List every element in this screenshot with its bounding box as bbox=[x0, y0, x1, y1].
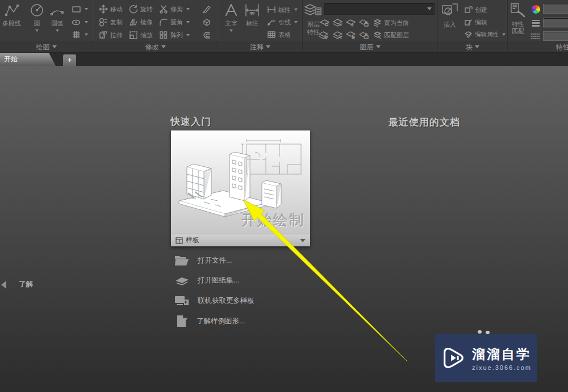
edit-attributes-button[interactable]: 编辑属性 bbox=[464, 29, 506, 40]
chevron-down-icon[interactable] bbox=[186, 34, 190, 36]
table-button[interactable]: 表格 bbox=[267, 29, 291, 40]
lineweight-button[interactable] bbox=[532, 18, 540, 28]
erase-icon bbox=[202, 5, 211, 14]
explode-button[interactable] bbox=[202, 17, 211, 27]
annotate-panel-label: 注释 bbox=[250, 43, 264, 51]
layer-unlock-button[interactable] bbox=[359, 30, 369, 40]
learn-sample-drawings-link[interactable]: 了解样例图形... bbox=[176, 315, 245, 327]
layer-thaw-button[interactable] bbox=[333, 30, 343, 40]
table-icon bbox=[267, 31, 276, 39]
ribbon-panel-properties: 特性匹配 特性 bbox=[508, 0, 568, 52]
create-block-button[interactable]: 创建 bbox=[464, 5, 487, 15]
hatch-button[interactable] bbox=[72, 29, 88, 40]
layer-isolate-button[interactable] bbox=[333, 18, 343, 28]
insert-block-button[interactable]: 插入 bbox=[441, 3, 458, 29]
layer-off-button[interactable] bbox=[320, 18, 329, 28]
layer-isolate-off-button[interactable] bbox=[346, 30, 356, 40]
learn-page-label[interactable]: 了解 bbox=[19, 280, 33, 289]
edit-block-button[interactable]: 编辑 bbox=[464, 17, 487, 27]
chevron-down-icon[interactable] bbox=[85, 33, 88, 36]
chevron-down-icon[interactable] bbox=[294, 21, 298, 23]
polyline-button[interactable]: 多段线 bbox=[2, 3, 21, 28]
offset-button[interactable] bbox=[202, 30, 211, 40]
layer-select-dropdown[interactable] bbox=[324, 3, 435, 15]
layer-properties-button[interactable] bbox=[304, 2, 322, 19]
start-drawing-label: 开始绘制 bbox=[241, 210, 305, 230]
chevron-down-icon bbox=[427, 7, 432, 10]
transparency-button[interactable] bbox=[531, 31, 540, 41]
template-selector[interactable]: 样板 bbox=[171, 234, 310, 246]
trim-button[interactable]: 修剪 bbox=[159, 4, 190, 14]
erase-button[interactable] bbox=[202, 4, 211, 14]
chevron-down-icon[interactable] bbox=[35, 29, 39, 32]
watermark-brand: 溜溜自学 bbox=[472, 345, 532, 363]
linear-dimension-icon bbox=[267, 6, 276, 14]
chevron-down-icon[interactable] bbox=[56, 29, 59, 32]
layer-on-button[interactable] bbox=[319, 30, 328, 40]
draw-panel-expander[interactable]: 绘图 bbox=[0, 41, 93, 52]
set-current-button[interactable]: 置为当前 bbox=[373, 18, 409, 28]
card-illustration[interactable]: 开始绘制 bbox=[171, 130, 310, 234]
learn-page-arrow-icon[interactable] bbox=[1, 281, 6, 289]
chevron-down-icon[interactable] bbox=[502, 33, 506, 36]
rectangle-button[interactable] bbox=[72, 4, 88, 14]
copy-button[interactable]: 复制 bbox=[99, 17, 123, 27]
chevron-down-icon[interactable] bbox=[229, 29, 233, 32]
dimension-button[interactable]: 标注 bbox=[244, 3, 260, 28]
circle-button[interactable]: 圆 bbox=[30, 3, 44, 32]
color-dropdown[interactable] bbox=[543, 4, 568, 14]
chevron-down-icon[interactable] bbox=[186, 21, 190, 23]
rotate-label: 旋转 bbox=[140, 5, 153, 14]
match-properties-button[interactable] bbox=[510, 2, 526, 18]
layer-isolate-icon bbox=[333, 19, 343, 27]
rectangle-icon bbox=[72, 5, 81, 14]
array-label: 阵列 bbox=[170, 31, 183, 40]
move-button[interactable]: 移动 bbox=[99, 4, 123, 14]
stretch-icon bbox=[99, 31, 108, 40]
open-sheet-set-label: 打开图纸集... bbox=[198, 276, 239, 285]
arc-button[interactable]: 圆弧 bbox=[50, 3, 65, 32]
layer-freeze-button[interactable] bbox=[346, 18, 356, 28]
open-files-link[interactable]: 打开文件... bbox=[174, 255, 232, 266]
dimension-label: 标注 bbox=[246, 19, 258, 28]
chevron-down-icon[interactable] bbox=[85, 8, 88, 10]
mirror-button[interactable]: 镜像 bbox=[129, 17, 153, 27]
annotate-panel-expander[interactable]: 注释 bbox=[218, 41, 302, 52]
chevron-down-icon[interactable] bbox=[186, 8, 190, 10]
layer-off-icon bbox=[320, 19, 329, 27]
layer-freeze-icon bbox=[346, 19, 356, 27]
block-panel-expander[interactable]: 块 bbox=[438, 41, 507, 52]
match-layer-label: 匹配图层 bbox=[384, 31, 409, 40]
chevron-down-icon bbox=[161, 45, 166, 48]
create-label: 创建 bbox=[475, 6, 487, 14]
get-more-templates-link[interactable]: 联机获取更多样板 bbox=[174, 295, 254, 306]
rotate-button[interactable]: 旋转 bbox=[129, 4, 153, 14]
chevron-down-icon[interactable] bbox=[294, 9, 298, 11]
layers-panel-expander[interactable]: 图层 bbox=[303, 41, 437, 52]
ellipse-button[interactable] bbox=[72, 17, 88, 27]
text-button[interactable]: 文字 bbox=[224, 3, 239, 32]
object-color-button[interactable] bbox=[532, 4, 540, 14]
template-label: 样板 bbox=[186, 235, 199, 245]
lineweight-dropdown[interactable] bbox=[543, 18, 568, 27]
layer-lock-button[interactable] bbox=[359, 18, 369, 28]
transparency-dropdown[interactable] bbox=[543, 31, 568, 41]
open-sheet-set-link[interactable]: 打开图纸集... bbox=[174, 275, 239, 285]
chevron-down-icon[interactable] bbox=[300, 239, 306, 242]
start-drawing-card[interactable]: 开始绘制 样板 bbox=[171, 130, 310, 247]
fillet-button[interactable]: 圆角 bbox=[159, 17, 190, 27]
chevron-down-icon bbox=[475, 45, 479, 48]
scale-button[interactable]: 缩放 bbox=[129, 30, 153, 40]
tab-start[interactable]: 开始 bbox=[0, 53, 56, 66]
array-button[interactable]: 阵列 bbox=[159, 30, 190, 40]
match-layer-button[interactable]: 匹配图层 bbox=[373, 30, 409, 40]
stretch-button[interactable]: 拉伸 bbox=[99, 30, 123, 40]
properties-panel-expander[interactable]: 特性 bbox=[508, 41, 568, 52]
chevron-down-icon[interactable] bbox=[85, 21, 88, 23]
leader-button[interactable]: 引线 bbox=[267, 17, 298, 27]
linear-dimension-button[interactable]: 线性 bbox=[267, 5, 298, 15]
new-tab-button[interactable]: + bbox=[63, 54, 76, 66]
set-current-label: 置为当前 bbox=[384, 19, 409, 27]
dot-decoration bbox=[478, 330, 482, 334]
modify-panel-expander[interactable]: 修改 bbox=[93, 41, 218, 52]
